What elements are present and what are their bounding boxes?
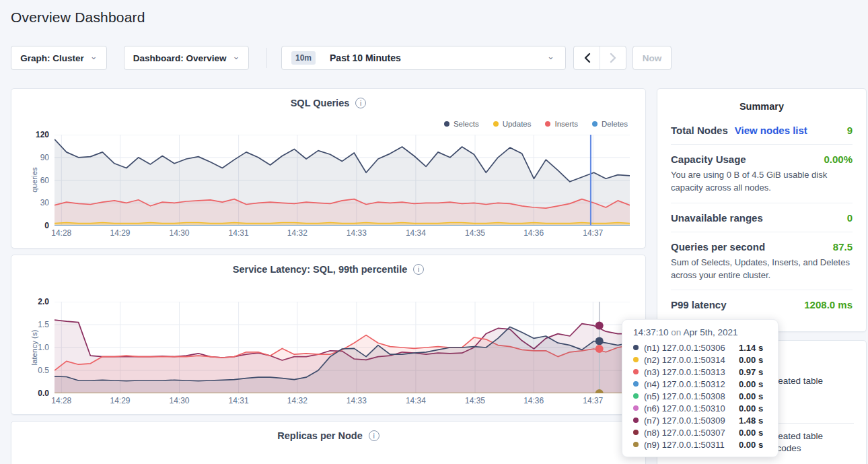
graph-scope-dropdown[interactable]: Graph: Cluster ⌄ [11, 46, 107, 70]
legend-dot [592, 121, 598, 127]
legend-label: Deletes [602, 120, 628, 128]
time-range-label: Past 10 Minutes [330, 53, 401, 63]
x-axis-ticks: 14:2814:2914:3014:3114:3214:3314:3414:35… [55, 228, 630, 239]
sql-queries-chart-card: SQL Queries i SelectsUpdatesInsertsDelet… [11, 88, 646, 248]
legend-dot [545, 121, 550, 127]
now-label: Now [643, 53, 662, 63]
p99-latency-label: P99 latency [671, 299, 727, 310]
qps-label: Queries per second [671, 241, 765, 253]
legend-item-selects[interactable]: Selects [444, 120, 479, 128]
legend-dot [493, 121, 499, 127]
node-color-dot [633, 418, 639, 423]
node-address: (n1) 127.0.0.1:50306 [644, 343, 739, 353]
tooltip-row: (n5) 127.0.0.1:503080.00 s [633, 390, 768, 402]
capacity-usage-value: 0.00% [824, 154, 853, 165]
chevron-down-icon: ⌄ [547, 53, 554, 60]
y-tick-label: 120 [26, 130, 49, 139]
tooltip-rows: (n1) 127.0.0.1:503061.14 s(n2) 127.0.0.1… [633, 341, 768, 451]
capacity-usage-label: Capacity Usage [671, 154, 746, 165]
tooltip-row: (n6) 127.0.0.1:503100.00 s [633, 402, 768, 414]
chart-title-text: Replicas per Node [277, 430, 363, 441]
legend-label: Updates [503, 120, 532, 128]
summary-unavailable-ranges: Unavailable ranges 0 [671, 203, 853, 232]
x-tick-label: 14:37 [583, 228, 603, 238]
node-color-dot [633, 345, 639, 350]
info-icon[interactable]: i [355, 98, 366, 108]
x-tick-label: 14:31 [229, 396, 249, 405]
x-tick-label: 14:33 [347, 228, 367, 238]
x-tick-label: 14:31 [229, 228, 249, 238]
y-axis-ticks: 0.00.51.01.52.0 [26, 302, 49, 393]
unavailable-ranges-value: 0 [847, 212, 853, 224]
x-tick-label: 14:34 [406, 228, 426, 238]
time-step-group [573, 46, 626, 70]
x-tick-label: 14:36 [523, 396, 544, 405]
summary-queries-per-second: Queries per second 87.5 Sum of Selects, … [671, 232, 853, 291]
y-tick-label: 1.5 [26, 320, 49, 329]
node-latency-value: 0.00 s [739, 440, 763, 450]
time-range-dropdown[interactable]: 10m Past 10 Minutes ⌄ [281, 46, 566, 70]
node-latency-value: 1.14 s [739, 343, 763, 353]
info-icon[interactable]: i [369, 430, 379, 441]
chart-legend: SelectsUpdatesInsertsDeletes [444, 120, 628, 128]
time-step-back-button[interactable] [574, 46, 600, 69]
y-tick-label: 0.5 [26, 366, 49, 375]
node-latency-value: 0.97 s [739, 367, 763, 377]
tooltip-time: 14:37:10 [633, 327, 669, 337]
dashboard-label: Dashboard: Overview [133, 53, 227, 63]
tooltip-row: (n3) 127.0.0.1:503130.97 s [633, 366, 768, 378]
chevron-down-icon: ⌄ [90, 53, 98, 60]
legend-item-inserts[interactable]: Inserts [545, 120, 578, 128]
chevron-left-icon [583, 53, 591, 63]
tooltip-date: Apr 5th, 2021 [683, 327, 737, 337]
node-latency-value: 0.00 s [739, 428, 763, 438]
total-nodes-value: 9 [847, 125, 853, 136]
chart-title-text: Service Latency: SQL, 99th percentile [233, 264, 408, 275]
hover-point [595, 337, 604, 345]
tooltip-row: (n7) 127.0.0.1:503091.48 s [633, 414, 768, 426]
node-address: (n3) 127.0.0.1:50313 [644, 367, 739, 377]
chart-plot-area[interactable] [55, 135, 630, 226]
node-color-dot [633, 393, 639, 399]
chevron-down-icon: ⌄ [232, 53, 240, 60]
node-latency-value: 1.48 s [739, 416, 763, 426]
x-tick-label: 14:28 [51, 396, 71, 405]
node-color-dot [633, 430, 639, 435]
node-color-dot [633, 357, 639, 362]
chart-title: SQL Queries i [11, 98, 645, 108]
chart-plot-area[interactable] [55, 302, 630, 393]
time-step-forward-button[interactable] [600, 46, 626, 69]
node-address: (n5) 127.0.0.1:50308 [644, 391, 739, 401]
legend-item-updates[interactable]: Updates [493, 120, 532, 128]
node-color-dot [633, 405, 639, 411]
chevron-right-icon [610, 53, 617, 63]
legend-label: Selects [454, 120, 479, 128]
tooltip-row: (n1) 127.0.0.1:503061.14 s [633, 341, 768, 354]
node-latency-value: 0.00 s [739, 355, 763, 365]
y-tick-label: 60 [26, 176, 49, 185]
node-address: (n9) 127.0.0.1:50311 [644, 440, 739, 450]
service-latency-chart-card: Service Latency: SQL, 99th percentile i … [11, 255, 646, 415]
x-tick-label: 14:30 [170, 228, 190, 238]
node-address: (n4) 127.0.0.1:50312 [644, 379, 739, 389]
y-tick-label: 1.0 [26, 343, 49, 352]
qps-description: Sum of Selects, Updates, Inserts, and De… [671, 257, 853, 282]
graph-scope-label: Graph: Cluster [20, 53, 84, 63]
chart-title: Replicas per Node i [11, 430, 645, 441]
summary-capacity-usage: Capacity Usage 0.00% You are using 0 B o… [671, 145, 853, 203]
node-latency-value: 0.00 s [739, 379, 763, 389]
y-tick-label: 0 [26, 221, 49, 230]
node-latency-value: 0.00 s [739, 391, 763, 401]
legend-item-deletes[interactable]: Deletes [592, 120, 628, 128]
dashboard-dropdown[interactable]: Dashboard: Overview ⌄ [124, 46, 249, 70]
node-color-dot [633, 381, 639, 387]
x-tick-label: 14:36 [523, 228, 544, 238]
chart-title: Service Latency: SQL, 99th percentile i [11, 264, 645, 275]
page-title: Overview Dashboard [11, 9, 145, 26]
node-color-dot [633, 442, 639, 447]
summary-total-nodes: Total Nodes View nodes list 9 [671, 116, 853, 145]
tooltip-row: (n4) 127.0.0.1:503120.00 s [633, 378, 768, 390]
info-icon[interactable]: i [413, 264, 424, 275]
view-nodes-list-link[interactable]: View nodes list [735, 125, 807, 136]
now-button[interactable]: Now [632, 46, 672, 70]
